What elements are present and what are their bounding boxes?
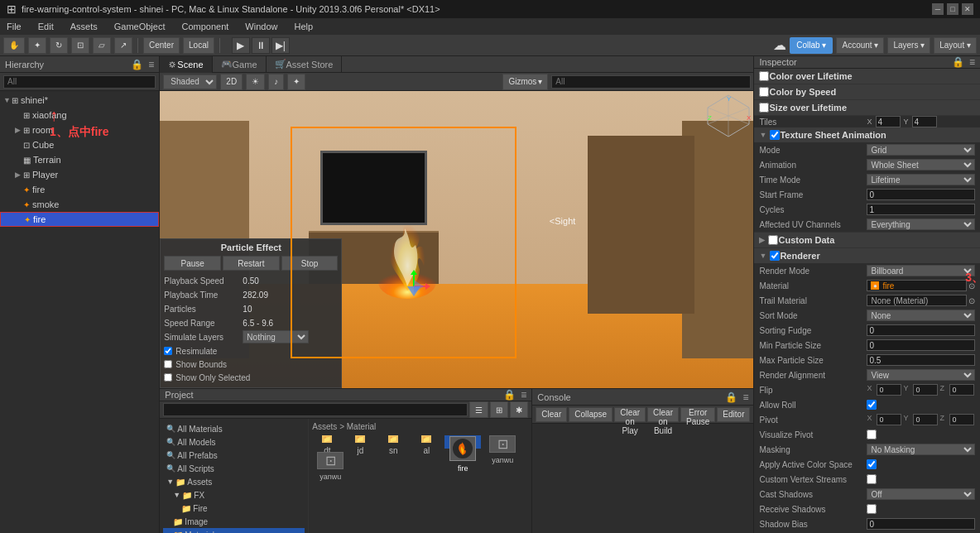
shadow-bias-input[interactable] (867, 518, 975, 530)
menu-help[interactable]: Help (291, 22, 316, 31)
scene-audio-btn[interactable]: ♪ (268, 74, 284, 90)
animation-dropdown[interactable]: Whole Sheet (867, 159, 975, 170)
pivot-z-input[interactable] (949, 414, 974, 425)
step-btn[interactable]: ▶| (271, 37, 290, 54)
flip-y-input[interactable] (913, 384, 938, 396)
clear-on-play-btn[interactable]: Clear on Play (614, 407, 646, 422)
custom-vertex-checkbox[interactable] (867, 474, 877, 484)
allow-roll-checkbox[interactable] (867, 400, 877, 410)
inspector-menu-icon[interactable]: ≡ (969, 56, 975, 68)
proj-file-jd[interactable]: 📁 jd (345, 435, 375, 449)
size-over-lifetime-header[interactable]: Size over Lifetime (754, 100, 980, 115)
proj-file-fire[interactable]: fire (444, 435, 481, 449)
max-size-input[interactable] (867, 354, 975, 366)
menu-edit[interactable]: Edit (35, 22, 57, 31)
resimulate-checkbox[interactable] (164, 347, 172, 355)
proj-all-prefabs[interactable]: 🔍 All Prefabs (163, 449, 305, 462)
pivot-x-input[interactable] (877, 414, 901, 425)
tab-asset-store[interactable]: 🛒 Asset Store (267, 56, 343, 73)
start-frame-input[interactable] (867, 189, 975, 200)
project-tool-1[interactable]: ☰ (469, 401, 488, 418)
receive-shadows-checkbox[interactable] (867, 504, 877, 514)
account-btn[interactable]: Account ▾ (836, 37, 884, 54)
proj-fire-folder[interactable]: 📁 Fire (163, 502, 305, 515)
render-mode-dropdown[interactable]: Billboard (867, 265, 975, 276)
project-tool-2[interactable]: ⊞ (490, 401, 508, 418)
scene-search[interactable] (551, 75, 750, 89)
proj-file-yanwu2[interactable]: ⊡ yanwu (312, 452, 348, 465)
local-btn[interactable]: Local (183, 37, 214, 54)
transform-rotate[interactable]: ↻ (50, 37, 68, 54)
apply-color-space-checkbox[interactable] (867, 459, 877, 469)
proj-all-scripts[interactable]: 🔍 All Scripts (163, 462, 305, 475)
scene-light-btn[interactable]: ☀ (246, 74, 265, 90)
scene-content[interactable]: <Sight Y X Z (160, 91, 753, 388)
center-btn[interactable]: Center (143, 37, 180, 54)
custom-data-checkbox[interactable] (768, 235, 778, 245)
project-menu-icon[interactable]: ≡ (521, 389, 526, 401)
tree-item-shinei[interactable]: ▼ ⊞ shinei* (0, 93, 159, 108)
pick-trail-material-btn[interactable]: ⊙ (968, 296, 975, 305)
flip-x-input[interactable] (877, 384, 901, 396)
menu-gameobject[interactable]: GameObject (111, 22, 169, 31)
restart-particle-btn[interactable]: Restart (223, 256, 280, 271)
tiles-x-input[interactable] (876, 116, 901, 127)
proj-file-sn[interactable]: 📁 sn (378, 435, 408, 449)
minimize-btn[interactable]: ─ (932, 3, 944, 15)
renderer-checkbox[interactable] (770, 251, 780, 261)
sort-mode-dropdown[interactable]: None (867, 310, 975, 321)
clear-on-build-btn[interactable]: Clear on Build (647, 407, 679, 422)
flip-z-input[interactable] (949, 384, 974, 396)
tab-game[interactable]: 🎮 Game (213, 56, 267, 73)
stop-particle-btn[interactable]: Stop (281, 256, 339, 271)
proj-image[interactable]: 📁 Image (163, 515, 305, 528)
menu-file[interactable]: File (3, 22, 25, 31)
color-over-lifetime-header[interactable]: Color over Lifetime (754, 69, 980, 84)
min-size-input[interactable] (867, 339, 975, 351)
texture-sheet-header[interactable]: ▼ Texture Sheet Animation (754, 127, 980, 142)
transform-rect[interactable]: ▱ (93, 37, 111, 54)
gizmos-btn[interactable]: Gizmos ▾ (502, 74, 548, 90)
pivot-y-input[interactable] (913, 414, 938, 425)
proj-fx[interactable]: ▼ 📁 FX (163, 488, 305, 502)
time-mode-dropdown[interactable]: Lifetime (867, 174, 975, 185)
visualize-pivot-checkbox[interactable] (867, 430, 877, 439)
color-by-speed-header[interactable]: Color by Speed (754, 84, 980, 99)
maximize-btn[interactable]: □ (947, 3, 958, 15)
render-align-dropdown[interactable]: View (867, 369, 975, 381)
cast-shadows-dropdown[interactable]: Off (867, 488, 975, 500)
material-field[interactable]: ● fire (867, 280, 967, 291)
error-pause-btn[interactable]: Error Pause (680, 407, 715, 422)
proj-file-yanwu1[interactable]: ⊡ yanwu (484, 435, 521, 449)
layout-btn[interactable]: Layout ▾ (934, 37, 977, 54)
menu-assets[interactable]: Assets (67, 22, 101, 31)
proj-assets[interactable]: ▼ 📁 Assets (163, 475, 305, 488)
collapse-btn[interactable]: Collapse (569, 407, 612, 422)
tree-item-fire2[interactable]: ✦ fire (0, 212, 159, 227)
project-tool-3[interactable]: ✱ (510, 401, 528, 418)
show-bounds-checkbox[interactable] (164, 360, 172, 368)
proj-file-al[interactable]: 📁 al (411, 435, 441, 449)
tree-item-xiaofang[interactable]: ⊞ xiaofang (0, 108, 159, 122)
pause-particle-btn[interactable]: Pause (164, 256, 221, 271)
mode-dropdown[interactable]: Grid (867, 144, 975, 156)
project-search[interactable] (163, 403, 468, 416)
tree-item-smoke[interactable]: ✦ smoke (0, 197, 159, 212)
hierarchy-search[interactable] (3, 75, 156, 89)
texture-sheet-checkbox[interactable] (770, 130, 780, 140)
transform-all[interactable]: ↗ (114, 37, 132, 54)
simulate-layers-dropdown[interactable]: Nothing (243, 330, 309, 343)
console-lock-icon[interactable]: 🔒 (725, 391, 737, 403)
tree-item-cube[interactable]: ⊡ Cube (0, 137, 159, 152)
menu-component[interactable]: Component (178, 22, 232, 31)
renderer-header[interactable]: ▼ Renderer (754, 248, 980, 263)
hierarchy-lock-icon[interactable]: 🔒 (131, 59, 143, 70)
transform-scale[interactable]: ⊡ (71, 37, 89, 54)
tiles-y-input[interactable] (912, 116, 937, 127)
console-menu-icon[interactable]: ≡ (742, 391, 748, 403)
sorting-fudge-input[interactable] (867, 324, 975, 336)
hierarchy-menu-icon[interactable]: ≡ (148, 59, 154, 70)
project-lock-icon[interactable]: 🔒 (503, 389, 516, 401)
size-over-lifetime-checkbox[interactable] (759, 103, 769, 113)
tab-scene[interactable]: ⛭ Scene (160, 56, 212, 73)
